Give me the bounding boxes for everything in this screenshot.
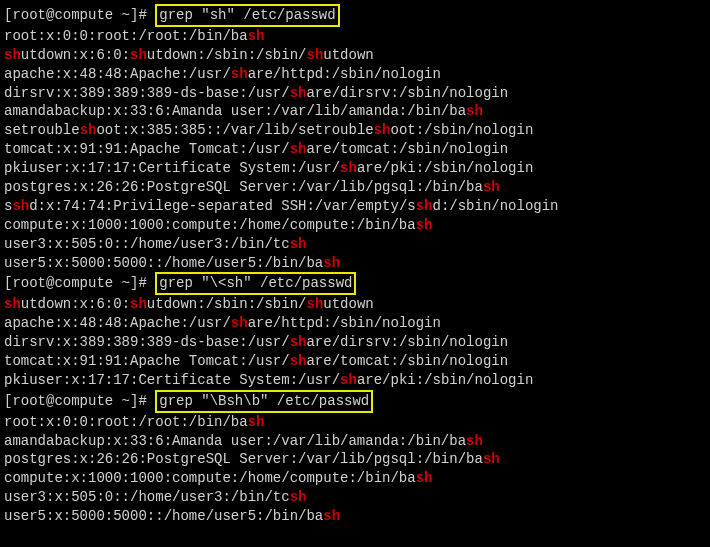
shell-prompt: [root@compute ~]# xyxy=(4,7,155,23)
prompt-line-1[interactable]: [root@compute ~]# grep "sh" /etc/passwd xyxy=(4,4,706,27)
grep-match: sh xyxy=(80,122,97,138)
grep-match: sh xyxy=(416,470,433,486)
output-line: dirsrv:x:389:389:389-ds-base:/usr/share/… xyxy=(4,84,706,103)
grep-match: sh xyxy=(306,47,323,63)
shell-prompt: [root@compute ~]# xyxy=(4,275,155,291)
grep-match: sh xyxy=(340,160,357,176)
grep-match: sh xyxy=(483,179,500,195)
grep-match: sh xyxy=(466,103,483,119)
grep-match: sh xyxy=(231,315,248,331)
output-line: amandabackup:x:33:6:Amanda user:/var/lib… xyxy=(4,432,706,451)
output-line: root:x:0:0:root:/root:/bin/bash xyxy=(4,413,706,432)
grep-match: sh xyxy=(290,489,307,505)
output-line: compute:x:1000:1000:compute:/home/comput… xyxy=(4,469,706,488)
prompt-line-2[interactable]: [root@compute ~]# grep "\<sh" /etc/passw… xyxy=(4,272,706,295)
grep-match: sh xyxy=(323,255,340,271)
grep-match: sh xyxy=(466,433,483,449)
grep-match: sh xyxy=(248,28,265,44)
output-line: compute:x:1000:1000:compute:/home/comput… xyxy=(4,216,706,235)
output-line: pkiuser:x:17:17:Certificate System:/usr/… xyxy=(4,371,706,390)
grep-match: sh xyxy=(12,198,29,214)
grep-match: sh xyxy=(4,296,21,312)
grep-match: sh xyxy=(130,47,147,63)
grep-match: sh xyxy=(483,451,500,467)
grep-match: sh xyxy=(290,141,307,157)
grep-match: sh xyxy=(290,85,307,101)
prompt-line-3[interactable]: [root@compute ~]# grep "\Bsh\b" /etc/pas… xyxy=(4,390,706,413)
output-line: postgres:x:26:26:PostgreSQL Server:/var/… xyxy=(4,178,706,197)
output-line: sshd:x:74:74:Privilege-separated SSH:/va… xyxy=(4,197,706,216)
output-line: shutdown:x:6:0:shutdown:/sbin:/sbin/shut… xyxy=(4,46,706,65)
output-line: amandabackup:x:33:6:Amanda user:/var/lib… xyxy=(4,102,706,121)
grep-match: sh xyxy=(416,198,433,214)
output-line: shutdown:x:6:0:shutdown:/sbin:/sbin/shut… xyxy=(4,295,706,314)
grep-match: sh xyxy=(340,372,357,388)
grep-match: sh xyxy=(416,217,433,233)
terminal-output: [root@compute ~]# grep "sh" /etc/passwd … xyxy=(4,4,706,526)
output-line: root:x:0:0:root:/root:/bin/bash xyxy=(4,27,706,46)
grep-match: sh xyxy=(290,353,307,369)
output-line: dirsrv:x:389:389:389-ds-base:/usr/share/… xyxy=(4,333,706,352)
output-line: setroubleshoot:x:385:385::/var/lib/setro… xyxy=(4,121,706,140)
output-line: apache:x:48:48:Apache:/usr/share/httpd:/… xyxy=(4,314,706,333)
output-line: postgres:x:26:26:PostgreSQL Server:/var/… xyxy=(4,450,706,469)
grep-match: sh xyxy=(290,334,307,350)
output-line: pkiuser:x:17:17:Certificate System:/usr/… xyxy=(4,159,706,178)
grep-match: sh xyxy=(374,122,391,138)
grep-match: sh xyxy=(323,508,340,524)
grep-match: sh xyxy=(248,414,265,430)
grep-match: sh xyxy=(4,47,21,63)
output-line: user3:x:505:0::/home/user3:/bin/tcsh xyxy=(4,235,706,254)
grep-match: sh xyxy=(231,66,248,82)
grep-match: sh xyxy=(290,236,307,252)
output-line: tomcat:x:91:91:Apache Tomcat:/usr/share/… xyxy=(4,140,706,159)
command-highlight-2: grep "\<sh" /etc/passwd xyxy=(155,272,356,295)
command-highlight-1: grep "sh" /etc/passwd xyxy=(155,4,339,27)
command-highlight-3: grep "\Bsh\b" /etc/passwd xyxy=(155,390,373,413)
shell-prompt: [root@compute ~]# xyxy=(4,393,155,409)
output-line: user5:x:5000:5000::/home/user5:/bin/bash xyxy=(4,507,706,526)
output-line: apache:x:48:48:Apache:/usr/share/httpd:/… xyxy=(4,65,706,84)
output-line: tomcat:x:91:91:Apache Tomcat:/usr/share/… xyxy=(4,352,706,371)
grep-match: sh xyxy=(130,296,147,312)
output-line: user3:x:505:0::/home/user3:/bin/tcsh xyxy=(4,488,706,507)
output-line: user5:x:5000:5000::/home/user5:/bin/bash xyxy=(4,254,706,273)
grep-match: sh xyxy=(306,296,323,312)
